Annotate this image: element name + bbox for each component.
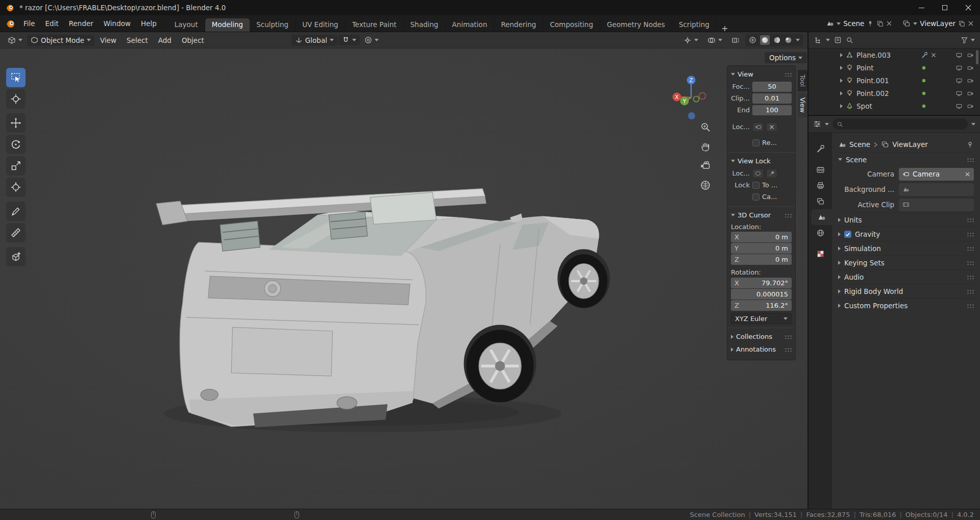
clip-start-field[interactable]: 0.01 [752, 93, 792, 104]
breadcrumb-scene[interactable]: Scene [849, 140, 870, 148]
toggle-ortho-button[interactable] [698, 178, 713, 192]
close-button[interactable] [957, 0, 980, 15]
tab-scene-properties[interactable] [811, 209, 832, 225]
drag-handle[interactable] [784, 334, 792, 339]
outliner-item-label[interactable]: Point [856, 64, 874, 72]
tool-scale[interactable] [6, 156, 26, 176]
expand-icon[interactable] [840, 79, 843, 83]
tab-render-properties[interactable] [808, 162, 832, 178]
blender-menu-logo-icon[interactable] [5, 18, 15, 29]
unlink-scene-icon[interactable] [886, 20, 892, 27]
menu-render[interactable]: Render [64, 15, 99, 32]
show-overlays-dropdown[interactable] [704, 35, 726, 46]
audio-section-header[interactable]: Audio [838, 269, 974, 284]
lock-to-cursor-checkbox[interactable] [752, 182, 760, 189]
tab-modeling[interactable]: Modeling [205, 18, 250, 32]
outliner-item-label[interactable]: Point.002 [856, 89, 889, 97]
gravity-checkbox[interactable] [844, 231, 851, 238]
expand-icon[interactable] [840, 104, 843, 108]
active-clip-field[interactable] [899, 199, 974, 211]
disable-render-icon[interactable] [967, 90, 974, 97]
rigid-body-section-header[interactable]: Rigid Body World [838, 284, 974, 298]
cursor-location-y-field[interactable]: Y0 m [731, 243, 792, 254]
camera-to-view-checkbox[interactable] [752, 193, 760, 201]
tool-rotate[interactable] [6, 135, 26, 154]
pin-icon[interactable] [966, 141, 974, 148]
drag-handle[interactable] [966, 289, 974, 293]
tab-tool[interactable]: Tool [798, 70, 807, 91]
remove-view-layer-icon[interactable] [968, 20, 974, 27]
tab-output-properties[interactable] [808, 178, 832, 193]
local-camera-clear-button[interactable] [766, 122, 777, 132]
tab-rendering[interactable]: Rendering [494, 18, 543, 32]
navigation-gizmo[interactable]: Z X Y [669, 74, 714, 121]
menu-help[interactable]: Help [136, 15, 162, 32]
breadcrumb-view-layer[interactable]: ViewLayer [892, 140, 928, 148]
options-dropdown[interactable]: Options [765, 52, 807, 63]
outliner-row-plane[interactable]: Plane.003 [808, 48, 980, 61]
pan-hand-button[interactable] [698, 139, 713, 154]
shading-solid-button[interactable] [760, 35, 770, 45]
properties-editor-icon[interactable] [813, 120, 821, 128]
disable-render-icon[interactable] [967, 64, 974, 71]
outliner-editor-icon[interactable] [814, 36, 822, 44]
hide-viewport-icon[interactable] [955, 77, 963, 84]
xray-toggle[interactable] [728, 35, 743, 46]
tool-select-box[interactable] [6, 68, 26, 87]
display-mode-icon[interactable] [834, 36, 842, 44]
zoom-button[interactable] [698, 120, 713, 134]
drag-handle[interactable] [966, 217, 974, 222]
tool-add-cube[interactable] [6, 247, 26, 266]
outliner-item-label[interactable]: Spot [856, 102, 872, 110]
shading-material-button[interactable] [773, 36, 781, 44]
viewport-menu-object[interactable]: Object [177, 34, 209, 46]
shading-rendered-button[interactable] [785, 36, 792, 44]
annotations-panel-header[interactable]: Annotations [731, 343, 792, 356]
filter-icon[interactable] [961, 36, 968, 44]
tab-view[interactable]: View [798, 93, 807, 117]
drag-handle[interactable] [966, 246, 974, 251]
shading-wireframe-button[interactable] [749, 36, 756, 44]
viewport-menu-view[interactable]: View [95, 34, 121, 46]
expand-icon[interactable] [840, 53, 843, 57]
drag-handle[interactable] [966, 303, 974, 308]
keying-sets-section-header[interactable]: Keying Sets [838, 255, 974, 269]
hide-viewport-icon[interactable] [955, 103, 963, 110]
scene-selector[interactable]: Scene [826, 19, 892, 28]
tab-compositing[interactable]: Compositing [543, 18, 600, 32]
viewport-menu-select[interactable]: Select [122, 34, 153, 46]
tab-shading[interactable]: Shading [404, 18, 446, 32]
outliner-row-point-001[interactable]: Point.001 [808, 74, 980, 87]
viewport-menu-add[interactable]: Add [154, 34, 176, 46]
new-scene-icon[interactable] [876, 20, 884, 27]
tab-texture-properties[interactable] [808, 246, 832, 262]
drag-handle[interactable] [784, 72, 792, 77]
tool-cursor[interactable] [6, 89, 26, 109]
view-panel-header[interactable]: View [731, 68, 792, 81]
tab-scripting[interactable]: Scripting [672, 18, 717, 32]
view-lock-panel-header[interactable]: View Lock [731, 155, 792, 167]
outliner-item-label[interactable]: Point.001 [856, 77, 889, 85]
focal-length-field[interactable]: 50 [752, 82, 792, 92]
drag-handle[interactable] [966, 260, 974, 265]
collections-panel-header[interactable]: Collections [731, 330, 792, 343]
hide-viewport-icon[interactable] [955, 64, 963, 71]
transform-orientation-dropdown[interactable]: Global [291, 35, 337, 46]
tool-transform[interactable] [6, 178, 26, 197]
drag-handle[interactable] [966, 275, 974, 279]
outliner-row-point[interactable]: Point [808, 61, 980, 74]
tab-view-layer-properties[interactable] [808, 193, 832, 209]
tab-world-properties[interactable] [808, 225, 832, 241]
tool-move[interactable] [6, 113, 26, 133]
drag-handle[interactable] [784, 347, 792, 352]
tab-geometry-nodes[interactable]: Geometry Nodes [600, 18, 672, 32]
viewport-canvas[interactable]: Z X Y [0, 48, 807, 509]
cursor-rotation-x-field[interactable]: X79.702° [731, 278, 792, 288]
menu-edit[interactable]: Edit [40, 15, 64, 32]
tab-animation[interactable]: Animation [446, 18, 495, 32]
expand-icon[interactable] [840, 91, 843, 95]
filter-chevron-icon[interactable] [971, 123, 975, 126]
disable-render-icon[interactable] [967, 103, 974, 110]
lock-object-field[interactable] [752, 169, 764, 178]
tool-annotate[interactable] [6, 202, 26, 221]
